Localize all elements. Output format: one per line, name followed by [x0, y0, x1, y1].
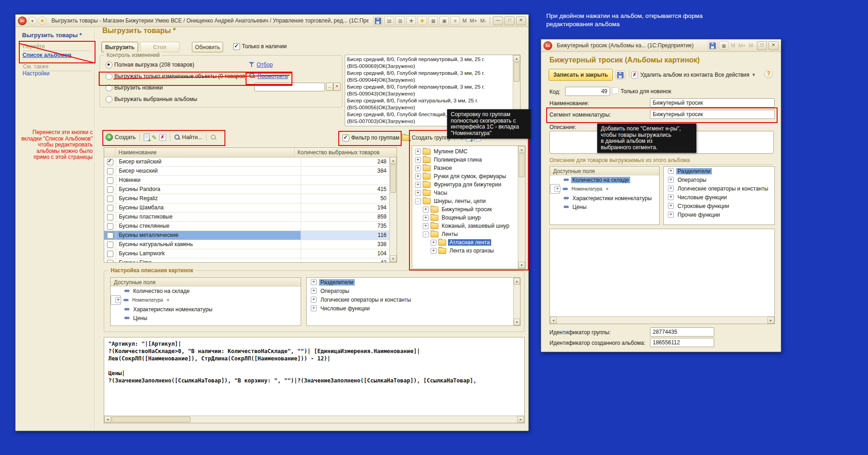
tree-expander-icon[interactable]	[423, 215, 429, 221]
tree-item[interactable]: Фурнитура для бижутерии	[412, 180, 525, 189]
tree-expander-icon[interactable]	[415, 198, 421, 204]
row-checkbox-cell[interactable]	[104, 258, 116, 263]
row-checkbox-cell[interactable]	[104, 203, 116, 212]
tree-item[interactable]: Шнуры, ленты, цепи	[412, 197, 525, 205]
filter-by-groups-checkbox[interactable]	[342, 135, 349, 141]
sidebar-item-album-list[interactable]: Список альбомов	[22, 52, 71, 58]
table-row[interactable]: Новинки	[104, 176, 397, 185]
minimize-button[interactable]: —	[493, 17, 503, 25]
tree-scroll-up-icon[interactable]: ▲	[518, 146, 525, 153]
row-checkbox-cell[interactable]	[104, 213, 116, 221]
tree-scroll-down-icon[interactable]: ▼	[518, 262, 525, 269]
tree-expander-icon[interactable]	[415, 182, 421, 188]
album-maximize-button[interactable]: □	[757, 41, 767, 50]
album-operator-item[interactable]: Операторы	[664, 175, 774, 184]
new-items-input[interactable]	[254, 83, 325, 91]
new-items-radio[interactable]	[106, 84, 112, 91]
delete-item-icon[interactable]: ✗	[159, 134, 166, 141]
tree-item[interactable]: Мулине DMC	[412, 147, 525, 156]
row-checkbox[interactable]	[107, 159, 113, 165]
album-operator-expander-icon[interactable]	[668, 177, 674, 183]
filter-link[interactable]: Отбор	[257, 62, 273, 68]
table-row[interactable]: Бусины Regaliz 50	[104, 194, 397, 203]
operator-item[interactable]: Операторы	[307, 286, 520, 295]
tree-expander-icon[interactable]	[423, 231, 429, 237]
tree-expander-icon[interactable]	[415, 190, 421, 196]
operator-expander-icon[interactable]	[311, 305, 317, 311]
scroll-up-icon[interactable]: ▲	[513, 55, 520, 62]
table-row[interactable]: Бусины Fimo 42	[104, 258, 397, 263]
album-field-expander-icon[interactable]	[554, 186, 560, 192]
tree-item[interactable]: Кожаный, замшевый шнур	[412, 222, 525, 230]
row-checkbox[interactable]	[107, 205, 113, 211]
album-field-item[interactable]: Цены	[550, 202, 659, 211]
clear-button[interactable]: ✕	[333, 83, 341, 91]
zoom-out-button[interactable]: М-	[479, 18, 487, 23]
row-checkbox-cell[interactable]	[104, 249, 116, 258]
album-id-input[interactable]: 186556112	[650, 338, 714, 347]
operator-expander-icon[interactable]	[311, 297, 317, 303]
in-stock-checkbox[interactable]	[233, 43, 240, 50]
album-field-item[interactable]: Количество на складе	[550, 175, 659, 184]
group-id-input[interactable]: 28774435	[650, 327, 714, 337]
operators-scroll-down-icon[interactable]: ▼	[514, 319, 520, 326]
row-checkbox[interactable]	[107, 177, 113, 184]
tree-item[interactable]: Лента из органзы	[412, 247, 525, 255]
refresh-button[interactable]: Обновить	[192, 42, 223, 52]
main-menu-icon[interactable]: ▾	[28, 17, 37, 25]
table-row[interactable]: Бусины пластиковые 859	[104, 213, 397, 222]
tree-scroll-thumb[interactable]	[519, 153, 525, 177]
row-checkbox[interactable]	[107, 214, 113, 220]
row-checkbox[interactable]	[107, 251, 113, 257]
favorites-icon[interactable]: ★	[417, 16, 427, 25]
tree-item[interactable]: Ленты	[412, 230, 525, 238]
zoom-normal-button[interactable]: М	[461, 18, 467, 23]
row-checkbox[interactable]	[107, 260, 113, 263]
help-icon[interactable]: ?	[764, 70, 773, 79]
favorites-star-icon[interactable]: ★	[38, 17, 47, 25]
maximize-button[interactable]: □	[504, 17, 515, 25]
table-row[interactable]: Бисер чешский 384	[104, 167, 397, 176]
tree-expander-icon[interactable]	[423, 223, 429, 229]
tree-expander-icon[interactable]	[431, 240, 437, 246]
changed-only-radio[interactable]	[106, 73, 112, 80]
row-checkbox-cell[interactable]	[104, 231, 116, 240]
stop-button[interactable]: Стоп	[140, 42, 179, 52]
album-operator-expander-icon[interactable]	[668, 203, 674, 209]
tree-expander-icon[interactable]	[423, 207, 429, 213]
create-button[interactable]: +Создать	[106, 134, 136, 141]
operator-item[interactable]: Логические операторы и константы	[307, 295, 520, 304]
zoom-in-button[interactable]: М+	[469, 18, 478, 23]
row-checkbox[interactable]	[107, 186, 113, 193]
cancel-search-icon[interactable]	[210, 134, 217, 140]
tree-expander-icon[interactable]	[415, 149, 421, 155]
all-actions-button[interactable]: Все действия ▼	[715, 69, 756, 80]
tree-item[interactable]: Полимерная глина	[412, 156, 525, 164]
table-row[interactable]: Бусины Шамбала 194	[104, 203, 397, 213]
field-expander-icon[interactable]	[115, 297, 121, 303]
operators-panel[interactable]: Разделители Операторы Логические операто…	[306, 277, 521, 326]
table-row[interactable]: Бусины натуральный камень 338	[104, 240, 397, 249]
tree-expander-icon[interactable]	[431, 248, 437, 254]
operator-expander-icon[interactable]	[311, 288, 317, 294]
operators-scrollbar[interactable]: ▲ ▼	[513, 278, 520, 326]
album-close-button[interactable]: ✕	[768, 41, 778, 50]
tree-item[interactable]: Ручки для сумок, фермуары	[412, 172, 525, 180]
print-icon[interactable]: ▤	[384, 16, 394, 25]
album-save-icon[interactable]	[708, 41, 717, 50]
template-code[interactable]: "Артикул: "|[Артикул]|?(КоличествоНаСкла…	[108, 340, 522, 415]
album-operator-item[interactable]: Логические операторы и константы	[664, 184, 774, 193]
code-scroll-thumb[interactable]	[112, 416, 190, 422]
table-row[interactable]: Бусины Lampwork 104	[104, 249, 397, 258]
album-operator-item[interactable]: Разделители	[664, 167, 774, 175]
new-only-checkbox[interactable]	[612, 87, 619, 94]
count-column-header[interactable]: Количество выбранных товаров	[295, 148, 397, 157]
table-scrollbar[interactable]: ▲ ▼	[389, 157, 397, 262]
table-row[interactable]: Бисер китайский 248	[104, 157, 397, 167]
services-icon[interactable]: ▦	[428, 16, 438, 25]
field-item[interactable]: Количество на складе	[111, 286, 301, 295]
code-scroll-right-icon[interactable]: ►	[517, 416, 524, 423]
operator-item[interactable]: Разделители	[307, 278, 520, 286]
find-button[interactable]: Найти...	[174, 134, 202, 140]
view-link[interactable]: Посмотреть	[258, 73, 288, 79]
